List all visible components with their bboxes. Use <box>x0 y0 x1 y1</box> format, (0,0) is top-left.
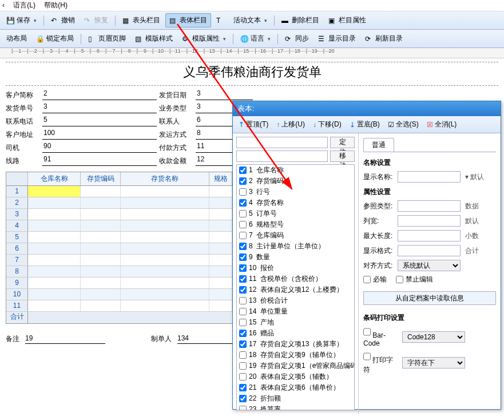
column-list-item[interactable]: 6 规格型号 <box>237 219 354 230</box>
column-checkbox[interactable] <box>239 297 247 304</box>
column-checkbox[interactable] <box>239 243 247 250</box>
locate-button[interactable]: 定位 <box>330 137 355 148</box>
align-select[interactable]: 系统默认 <box>398 260 461 271</box>
barcode-select[interactable]: Code128 <box>402 331 465 343</box>
refresh-toc-button[interactable]: ⟳刷新目录 <box>361 31 407 46</box>
column-list-item[interactable]: 4 存货名称 <box>237 197 354 208</box>
column-checkbox[interactable] <box>239 406 247 410</box>
column-list-item[interactable]: 22 折扣额 <box>237 393 354 404</box>
column-list-item[interactable]: 14 单位重量 <box>237 306 354 317</box>
column-checkbox[interactable] <box>239 264 247 272</box>
menu-help[interactable]: 帮助(H) <box>44 1 68 9</box>
header-col-button[interactable]: ▦表头栏目 <box>118 13 164 27</box>
ref-type-input[interactable] <box>398 200 461 212</box>
required-check[interactable]: 必输 <box>363 275 387 284</box>
column-list-item[interactable]: 19 存货自定义项1（e管家商品编码） <box>237 360 354 371</box>
column-checkbox[interactable] <box>239 373 247 381</box>
format-input[interactable] <box>398 245 461 256</box>
col-inv-code[interactable]: 存货编码 <box>81 172 121 185</box>
max-len-input[interactable] <box>398 230 461 241</box>
text-tool-button[interactable]: T <box>212 14 228 27</box>
col-inv-name[interactable]: 存货名称 <box>121 172 209 185</box>
lang-button[interactable]: 🌐语言▾ <box>236 31 275 46</box>
col-warehouse[interactable]: 仓库名称 <box>28 172 81 185</box>
column-list-item[interactable]: 17 存货自定义项13（换算率） <box>237 339 354 350</box>
table-row[interactable]: 3 <box>6 209 234 220</box>
column-checkbox[interactable] <box>239 199 247 207</box>
move-layout-button[interactable]: 动布局 <box>2 31 31 46</box>
menu-prev[interactable]: ‹ <box>2 1 5 9</box>
column-list-item[interactable]: 23 换算率 <box>237 404 354 410</box>
column-checkbox[interactable] <box>239 330 247 337</box>
active-text-button[interactable]: 活动文本▾ <box>229 13 271 27</box>
column-list-item[interactable]: 7 仓库编码 <box>237 230 354 241</box>
col-width-input[interactable] <box>398 215 461 227</box>
column-checkbox[interactable] <box>239 319 247 326</box>
column-checkbox[interactable] <box>239 362 247 370</box>
column-list-item[interactable]: 9 数量 <box>237 252 354 263</box>
column-checkbox[interactable] <box>239 395 247 402</box>
column-list-item[interactable]: 12 表体自定义项12（上楼费） <box>237 284 354 295</box>
table-row[interactable]: 8 <box>6 266 234 278</box>
column-checkbox[interactable] <box>239 384 247 391</box>
column-checkbox[interactable] <box>239 286 247 294</box>
column-list-item[interactable]: 11 含税单价（含税价） <box>237 274 354 284</box>
moveto-button[interactable]: 移动到 <box>330 150 355 162</box>
redo-button[interactable]: ↷恢复 <box>80 13 112 27</box>
column-checkbox[interactable] <box>239 308 247 315</box>
select-none-button[interactable]: ☒全消(L) <box>424 118 459 130</box>
column-list-item[interactable]: 2 存货编码 <box>237 176 354 187</box>
column-checkbox[interactable] <box>239 221 247 228</box>
table-row[interactable]: 5 <box>6 232 234 243</box>
template-style-button[interactable]: ▧模版样式 <box>131 31 177 46</box>
column-list-item[interactable]: 3 行号 <box>237 187 354 197</box>
template-props-button[interactable]: ⚙模版属性▾ <box>178 31 230 46</box>
lock-layout-button[interactable]: 🔒锁定布局 <box>32 31 78 46</box>
tab-general[interactable]: 普通 <box>363 138 394 152</box>
route-value[interactable]: 91 <box>42 155 157 166</box>
table-row[interactable]: 1 <box>6 186 234 197</box>
column-checkbox[interactable] <box>239 351 247 359</box>
column-checkbox[interactable] <box>239 210 247 217</box>
column-list-item[interactable]: 1 仓库名称 <box>237 165 354 176</box>
column-list-item[interactable]: 16 赠品 <box>237 328 354 339</box>
table-row[interactable]: 9 <box>6 278 234 289</box>
cust-abbr-value[interactable]: 2 <box>42 89 157 100</box>
printchar-select[interactable]: 字符在下 <box>402 357 465 369</box>
to-top-button[interactable]: ⤒置顶(T) <box>236 118 271 130</box>
column-list-item[interactable]: 15 产地 <box>237 317 354 328</box>
menu-language[interactable]: 语言(L) <box>13 1 35 9</box>
column-checkbox[interactable] <box>239 177 247 185</box>
col-spec[interactable]: 规格 <box>209 172 232 185</box>
column-checkbox[interactable] <box>239 167 247 174</box>
read-archive-button[interactable]: 从自定档案中读取信息 <box>363 291 496 305</box>
column-checkbox[interactable] <box>239 253 247 261</box>
column-checkbox[interactable] <box>239 340 247 348</box>
header-footer-button[interactable]: ▯页眉页脚 <box>84 31 130 46</box>
move-down-button[interactable]: ↓下移(D) <box>311 118 344 130</box>
body-col-button[interactable]: ▤表体栏目 <box>165 13 211 27</box>
column-list-item[interactable]: 21 表体自定义项6（辅单价） <box>237 382 354 393</box>
ship-no-value[interactable]: 3 <box>42 102 157 113</box>
locate-input[interactable] <box>236 137 328 148</box>
column-checkbox[interactable] <box>239 232 247 239</box>
column-checkbox[interactable] <box>239 188 247 196</box>
column-list-item[interactable]: 20 表体自定义项5（辅数） <box>237 371 354 382</box>
column-list-item[interactable]: 5 订单号 <box>237 208 354 219</box>
table-row[interactable]: 2 <box>6 197 234 209</box>
remark-value[interactable]: 19 <box>25 334 105 344</box>
select-all-button[interactable]: ☑全选(S) <box>386 118 421 130</box>
table-row[interactable]: 4 <box>6 220 234 232</box>
column-list-item[interactable]: 18 存货自定义项9（辅单位） <box>237 350 354 360</box>
moveto-input[interactable] <box>236 150 328 162</box>
move-up-button[interactable]: ↑上移(U) <box>274 118 307 130</box>
column-list-item[interactable]: 10 报价 <box>237 263 354 274</box>
table-row[interactable]: 11 <box>6 300 234 312</box>
undo-button[interactable]: ↶撤销 <box>47 13 79 27</box>
show-name-input[interactable] <box>398 171 461 183</box>
table-row[interactable]: 7 <box>6 255 234 266</box>
addr-value[interactable]: 100 <box>42 129 157 140</box>
driver-value[interactable]: 90 <box>42 142 157 153</box>
printchar-check[interactable]: 打印字符 <box>363 351 398 375</box>
phone-value[interactable]: 5 <box>42 116 157 126</box>
